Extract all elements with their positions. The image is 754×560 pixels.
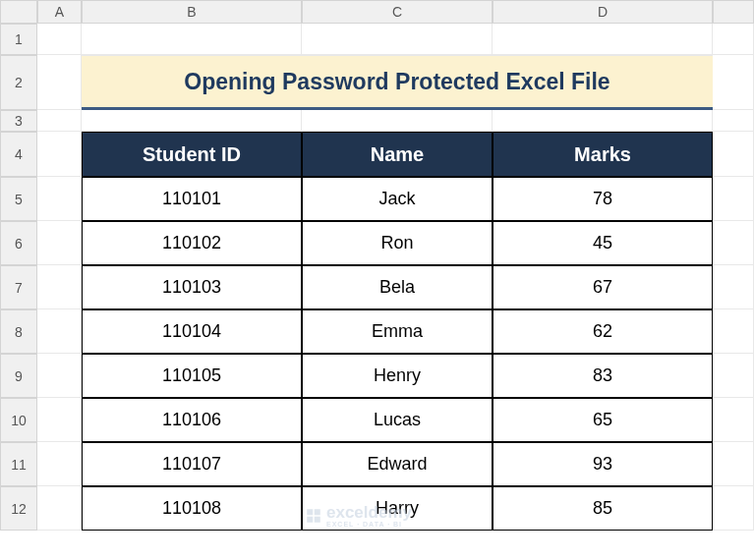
cell-c1[interactable] [302, 24, 493, 55]
table-row[interactable]: 110102 [82, 221, 302, 265]
cell-a11[interactable] [37, 442, 82, 486]
row-header-9[interactable]: 9 [0, 354, 37, 398]
cell-e9[interactable] [713, 354, 754, 398]
cell-a7[interactable] [37, 265, 82, 309]
col-header-c[interactable]: C [302, 0, 493, 24]
row-header-3[interactable]: 3 [0, 110, 37, 132]
row-header-12[interactable]: 12 [0, 486, 37, 531]
table-row[interactable]: 78 [493, 177, 713, 221]
row-header-11[interactable]: 11 [0, 442, 37, 486]
row-header-10[interactable]: 10 [0, 398, 37, 442]
table-row[interactable]: 110104 [82, 309, 302, 354]
table-row[interactable]: 110106 [82, 398, 302, 442]
col-header-extra[interactable] [713, 0, 754, 24]
row-header-5[interactable]: 5 [0, 177, 37, 221]
cell-a12[interactable] [37, 486, 82, 531]
cell-a10[interactable] [37, 398, 82, 442]
table-row[interactable]: 93 [493, 442, 713, 486]
col-header-d[interactable]: D [493, 0, 713, 24]
cell-a9[interactable] [37, 354, 82, 398]
table-row[interactable]: Jack [302, 177, 493, 221]
table-row[interactable]: 110107 [82, 442, 302, 486]
spreadsheet-grid: A B C D 1 2 Opening Password Protected E… [0, 0, 754, 531]
table-row[interactable]: 110101 [82, 177, 302, 221]
table-row[interactable]: Edward [302, 442, 493, 486]
cell-e4[interactable] [713, 132, 754, 177]
row-header-4[interactable]: 4 [0, 132, 37, 177]
cell-e5[interactable] [713, 177, 754, 221]
table-row[interactable]: 83 [493, 354, 713, 398]
cell-d1[interactable] [493, 24, 713, 55]
table-row[interactable]: Harry [302, 486, 493, 531]
table-row[interactable]: Ron [302, 221, 493, 265]
col-header-b[interactable]: B [82, 0, 302, 24]
cell-a6[interactable] [37, 221, 82, 265]
cell-a5[interactable] [37, 177, 82, 221]
table-row[interactable]: 110103 [82, 265, 302, 309]
cell-e3[interactable] [713, 110, 754, 132]
header-student-id[interactable]: Student ID [82, 132, 302, 177]
table-row[interactable]: 67 [493, 265, 713, 309]
row-header-8[interactable]: 8 [0, 309, 37, 354]
cell-e7[interactable] [713, 265, 754, 309]
table-row[interactable]: 85 [493, 486, 713, 531]
row-header-2[interactable]: 2 [0, 55, 37, 110]
cell-e1[interactable] [713, 24, 754, 55]
cell-c3[interactable] [302, 110, 493, 132]
header-marks[interactable]: Marks [493, 132, 713, 177]
select-all-corner[interactable] [0, 0, 37, 24]
cell-e12[interactable] [713, 486, 754, 531]
cell-e10[interactable] [713, 398, 754, 442]
table-row[interactable]: Bela [302, 265, 493, 309]
col-header-a[interactable]: A [37, 0, 82, 24]
cell-e6[interactable] [713, 221, 754, 265]
row-header-6[interactable]: 6 [0, 221, 37, 265]
cell-e8[interactable] [713, 309, 754, 354]
header-name[interactable]: Name [302, 132, 493, 177]
cell-a2[interactable] [37, 55, 82, 110]
table-row[interactable]: 62 [493, 309, 713, 354]
table-row[interactable]: Henry [302, 354, 493, 398]
row-header-1[interactable]: 1 [0, 24, 37, 55]
cell-e2[interactable] [713, 55, 754, 110]
cell-a1[interactable] [37, 24, 82, 55]
cell-e11[interactable] [713, 442, 754, 486]
cell-a4[interactable] [37, 132, 82, 177]
cell-a3[interactable] [37, 110, 82, 132]
title-cell[interactable]: Opening Password Protected Excel File [82, 55, 713, 110]
row-header-7[interactable]: 7 [0, 265, 37, 309]
table-row[interactable]: 110108 [82, 486, 302, 531]
table-row[interactable]: 45 [493, 221, 713, 265]
table-row[interactable]: Lucas [302, 398, 493, 442]
table-row[interactable]: 110105 [82, 354, 302, 398]
cell-b3[interactable] [82, 110, 302, 132]
table-row[interactable]: Emma [302, 309, 493, 354]
table-row[interactable]: 65 [493, 398, 713, 442]
cell-a8[interactable] [37, 309, 82, 354]
cell-d3[interactable] [493, 110, 713, 132]
cell-b1[interactable] [82, 24, 302, 55]
